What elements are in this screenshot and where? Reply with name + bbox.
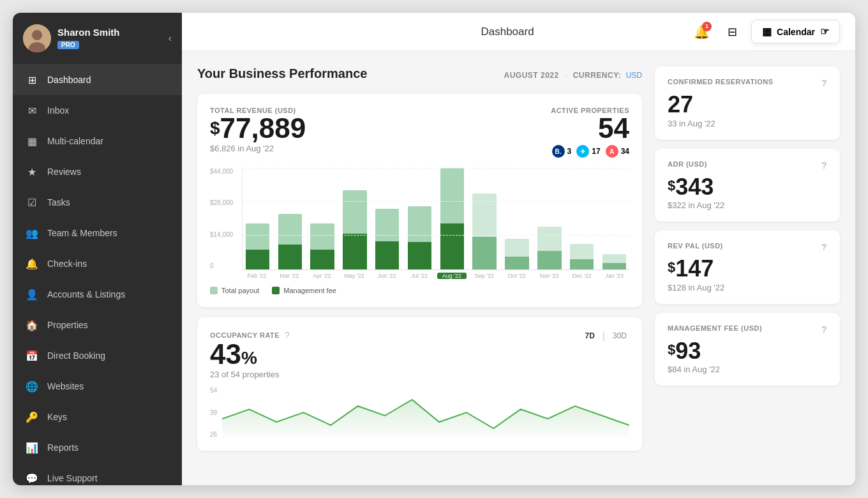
period-separator: · — [565, 71, 567, 80]
reports-icon: 📊 — [26, 441, 38, 454]
dollar-sign: $ — [210, 119, 220, 137]
x-dec: Dec '22 — [567, 273, 597, 279]
legend-mgmt-label: Management fee — [283, 287, 336, 294]
occ-info-icon[interactable]: ? — [285, 330, 290, 340]
sidebar-item-reviews[interactable]: ★ Reviews — [13, 156, 182, 187]
y-label-28k: $28,000 — [210, 199, 238, 206]
time-7d[interactable]: 7D — [582, 330, 597, 342]
bar-mar — [275, 168, 305, 269]
avatar — [23, 24, 51, 52]
revpal-number: 147 — [675, 255, 714, 282]
mgmt-info-icon[interactable]: ? — [821, 324, 827, 335]
airbnb-count: 34 — [621, 147, 629, 156]
currency-value[interactable]: USD — [626, 71, 642, 80]
active-props: ACTIVE PROPERTIES 54 B. 3 ✈ 17 — [551, 107, 629, 158]
platform-airbnb: A 34 — [606, 145, 629, 158]
platform-booking: B. 3 — [552, 145, 572, 158]
stat-adr: ADR (USD) ? $343 $322 in Aug '22 — [655, 149, 840, 222]
bar-sep — [470, 168, 500, 269]
occ-y-54: 54 — [210, 387, 217, 394]
bar-aug-total — [440, 168, 464, 269]
sidebar-item-tasks[interactable]: ☑ Tasks — [13, 187, 182, 218]
revenue-left: TOTAL REVENUE (USD) $77,889 $6,826 in Au… — [210, 107, 306, 153]
stat-revpal-sub: $128 in Aug '22 — [668, 283, 827, 292]
occ-line-svg — [222, 387, 629, 438]
legend-mgmt-fee: Management fee — [272, 287, 336, 294]
sidebar-item-label: Keys — [47, 412, 67, 422]
x-jun: Jun '22 — [372, 273, 402, 279]
sidebar-item-accounts-listings[interactable]: 👤 Accounts & Listings — [13, 279, 182, 310]
calendar-btn-label: Calendar — [777, 27, 815, 37]
bar-apr-total — [310, 223, 334, 269]
sidebar-item-label: Multi-calendar — [47, 136, 103, 146]
sidebar-item-properties[interactable]: 🏠 Properties — [13, 310, 182, 340]
legend-mgmt-dot — [272, 287, 280, 294]
adr-number: 343 — [675, 174, 714, 200]
top-bar-actions: 🔔 1 ⊟ ▦ Calendar ☞ — [690, 20, 840, 43]
stat-confirmed-label: CONFIRMED RESERVATIONS ? — [668, 78, 827, 88]
x-nov: Nov '22 — [534, 273, 564, 279]
occ-y-39: 39 — [210, 409, 217, 416]
user-profile[interactable]: Sharon Smith PRO ‹ — [13, 13, 182, 64]
occupancy-card: OCCUPANCY RATE ? 43% 23 of 54 properties… — [197, 317, 642, 451]
y-label-44k: $44,000 — [210, 168, 238, 175]
bar-nov-total — [537, 227, 561, 269]
top-bar: Dashboard 🔔 1 ⊟ ▦ Calendar ☞ — [182, 13, 855, 51]
sidebar-item-team-members[interactable]: 👥 Team & Members — [13, 218, 182, 248]
bar-jun — [372, 168, 402, 269]
airbnb2-count: 17 — [592, 147, 600, 156]
notification-badge: 1 — [702, 22, 712, 31]
sidebar-item-inbox[interactable]: ✉ Inbox — [13, 95, 182, 126]
bar-jan — [599, 168, 629, 269]
x-apr: Apr '22 — [307, 273, 337, 279]
bar-apr-mgmt — [310, 250, 334, 269]
confirmed-info-icon[interactable]: ? — [821, 78, 827, 88]
x-aug: Aug '22 — [437, 273, 467, 279]
content-area: Your Business Performance AUGUST 2022 · … — [182, 51, 855, 485]
sidebar-item-dashboard[interactable]: ⊞ Dashboard — [13, 64, 182, 95]
stat-adr-value: $343 — [668, 174, 827, 200]
adr-info-icon[interactable]: ? — [821, 160, 827, 170]
calendar-icon: ▦ — [26, 135, 38, 147]
revpal-info-icon[interactable]: ? — [821, 242, 827, 252]
sidebar-item-multi-calendar[interactable]: ▦ Multi-calendar — [13, 126, 182, 156]
notification-button[interactable]: 🔔 1 — [690, 20, 713, 43]
sidebar-item-label: Websites — [47, 381, 84, 391]
sidebar-item-reports[interactable]: 📊 Reports — [13, 432, 182, 463]
bar-mar-mgmt — [278, 245, 302, 269]
bar-sep-total — [472, 193, 496, 269]
bar-jul-total — [408, 206, 431, 269]
stat-mgmt-label: MANAGEMENT FEE (USD) ? — [668, 324, 827, 335]
airbnb2-badge: ✈ — [576, 145, 589, 158]
platform-badges: B. 3 ✈ 17 A 34 — [551, 145, 629, 158]
bar-sep-mgmt — [472, 237, 496, 269]
bar-may-total — [343, 190, 366, 269]
listings-icon: 👤 — [26, 288, 38, 301]
stat-confirmed-value: 27 — [668, 92, 827, 117]
x-mar: Mar '22 — [274, 273, 304, 279]
sidebar-item-direct-booking[interactable]: 📅 Direct Booking — [13, 340, 182, 371]
bar-feb-total — [246, 223, 269, 269]
mgmt-number: 93 — [675, 338, 701, 364]
calendar-button[interactable]: ▦ Calendar ☞ — [751, 20, 840, 43]
search-button[interactable]: ⊟ — [721, 20, 744, 43]
y-label-14k: $14,000 — [210, 231, 238, 238]
sidebar-item-live-support[interactable]: 💬 Live Support — [13, 463, 182, 485]
adr-dollar: $ — [668, 178, 675, 193]
section-header: Your Business Performance AUGUST 2022 · … — [197, 66, 642, 81]
period-meta: AUGUST 2022 · CURRENCY: USD — [504, 71, 642, 80]
occ-sub: 23 of 54 properties — [210, 370, 290, 379]
sidebar-item-websites[interactable]: 🌐 Websites — [13, 371, 182, 402]
sidebar-item-keys[interactable]: 🔑 Keys — [13, 402, 182, 432]
bar-aug-mgmt — [440, 223, 464, 269]
svg-point-1 — [32, 30, 42, 40]
bar-jun-total — [375, 209, 399, 269]
sidebar-item-check-ins[interactable]: 🔔 Check-ins — [13, 248, 182, 279]
occ-y-axis: 54 39 26 — [210, 387, 217, 438]
revenue-amount: $77,889 — [210, 114, 306, 142]
collapse-icon[interactable]: ‹ — [168, 33, 172, 44]
section-title: Your Business Performance — [197, 66, 367, 81]
time-30d[interactable]: 30D — [610, 330, 629, 342]
chart-legend: Total payout Management fee — [210, 287, 629, 294]
sidebar-item-label: Properties — [47, 320, 88, 330]
